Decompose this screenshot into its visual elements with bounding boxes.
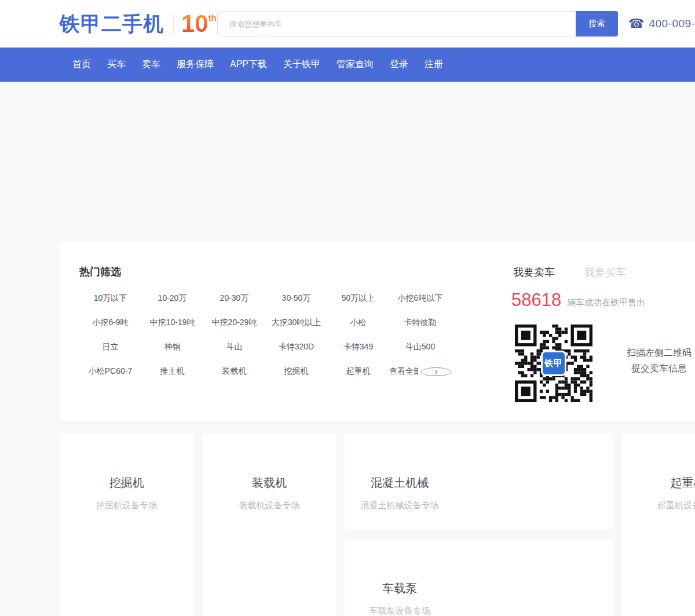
badge-number: 10: [181, 12, 209, 35]
logo-text: 铁甲二手机: [60, 10, 164, 38]
search-input[interactable]: [218, 12, 576, 36]
qr-center-logo: 铁甲: [541, 351, 566, 376]
category-card-loader[interactable]: 装载机 装载机设备专场: [203, 433, 336, 616]
card-title: 起重机: [621, 475, 695, 491]
filter-brand-caterpillar[interactable]: 卡特彼勒: [389, 318, 451, 328]
logo-divider: [173, 13, 174, 34]
search-button[interactable]: 搜索: [576, 11, 618, 37]
qr-caption-line1: 扫描左侧二维码: [626, 345, 693, 360]
filter-price-over-50w[interactable]: 50万以上: [327, 293, 389, 304]
qr-caption-line2: 提交卖车信息: [626, 360, 693, 376]
badge-suffix: th: [209, 13, 217, 23]
sold-count-number: 58618: [511, 291, 561, 309]
nav-item-buy[interactable]: 买车: [107, 59, 126, 71]
anniversary-badge: 10 th 周年: [181, 12, 217, 35]
nav-item-sell[interactable]: 卖车: [142, 59, 160, 71]
card-title: 混凝土机械: [345, 475, 455, 491]
nav-item-guarantee[interactable]: 服务保障: [177, 59, 214, 71]
card-subtitle: 起重机设备专场: [621, 500, 695, 511]
filter-price-10-20w[interactable]: 10-20万: [141, 293, 203, 304]
filter-mid-10-19t[interactable]: 中挖10-19吨: [141, 318, 203, 328]
filter-mini-under-6t[interactable]: 小挖6吨以下: [389, 293, 451, 304]
filter-model-cat320d[interactable]: 卡特320D: [265, 342, 327, 352]
logo[interactable]: 铁甲二手机 10 th 周年: [60, 8, 217, 39]
filter-row: 日立 神钢 斗山 卡特320D 卡特349 斗山500: [79, 342, 451, 352]
sold-counter: 58618 辆车成功在铁甲售出: [511, 291, 645, 309]
card-subtitle: 车载泵设备专场: [345, 606, 455, 616]
nav-item-login[interactable]: 登录: [390, 59, 408, 71]
filter-mid-20-29t[interactable]: 中挖20-29吨: [203, 318, 265, 328]
card-subtitle: 混凝土机械设备专场: [345, 500, 455, 511]
card-title: 挖掘机: [60, 475, 193, 491]
category-card-concrete-machinery[interactable]: 混凝土机械 混凝土机械设备专场: [345, 433, 613, 529]
filter-brand-kobelco[interactable]: 神钢: [141, 342, 203, 352]
filter-large-over-30t[interactable]: 大挖30吨以上: [265, 318, 327, 328]
badge-inner-label: 周年: [199, 20, 204, 28]
filter-model-doosan500[interactable]: 斗山500: [389, 342, 451, 352]
chevron-right-circle-icon: ›: [421, 367, 451, 376]
main-nav: 首页 买车 卖车 服务保障 APP下载 关于铁甲 管家查询 登录 注册: [0, 48, 695, 82]
filter-brand-hitachi[interactable]: 日立: [79, 342, 141, 352]
phone-icon: ☎: [628, 16, 644, 31]
nav-item-about[interactable]: 关于铁甲: [283, 59, 320, 71]
filter-price-under-10w[interactable]: 10万以下: [79, 293, 141, 304]
hotline: ☎ 400-009-90: [628, 16, 695, 31]
card-subtitle: 装载机设备专场: [203, 500, 336, 511]
filter-model-cat349[interactable]: 卡特349: [327, 342, 389, 352]
filter-price-30-50w[interactable]: 30-50万: [265, 293, 327, 304]
filter-row: 10万以下 10-20万 20-30万 30-50万 50万以上 小挖6吨以下: [79, 293, 451, 304]
nav-item-home[interactable]: 首页: [72, 59, 91, 71]
tab-sell-car[interactable]: 我要卖车: [513, 265, 555, 279]
filter-cat-excavator[interactable]: 挖掘机: [265, 366, 327, 377]
hot-filter-panel: 热门筛选 10万以下 10-20万 20-30万 30-50万 50万以上 小挖…: [60, 242, 695, 421]
view-all-link[interactable]: 查看全部 ›: [389, 366, 451, 377]
nav-item-register[interactable]: 注册: [425, 59, 443, 71]
search-box: [217, 11, 576, 37]
filter-cat-bulldozer[interactable]: 推土机: [141, 366, 203, 377]
filter-mini-6-9t[interactable]: 小挖6-9吨: [79, 318, 141, 328]
card-subtitle: 挖掘机设备专场: [60, 500, 193, 511]
filter-brand-komatsu[interactable]: 小松: [327, 318, 389, 328]
filter-cat-crane[interactable]: 起重机: [327, 366, 389, 377]
tab-buy-car[interactable]: 我要买车: [584, 265, 626, 279]
filter-row: 小挖6-9吨 中挖10-19吨 中挖20-29吨 大挖30吨以上 小松 卡特彼勒: [79, 318, 451, 328]
filter-model-pc60-7[interactable]: 小松PC60-7: [79, 366, 141, 377]
nav-item-manager-query[interactable]: 管家查询: [336, 59, 374, 71]
view-all-label: 查看全部: [389, 366, 418, 377]
category-card-excavator[interactable]: 挖掘机 挖掘机设备专场: [60, 433, 193, 616]
filter-price-20-30w[interactable]: 20-30万: [203, 293, 265, 304]
nav-item-app-download[interactable]: APP下载: [230, 59, 267, 71]
page: 铁甲二手机 10 th 周年 搜索 ☎ 400-009-90 首页 买车 卖车 …: [0, 0, 695, 616]
sold-count-suffix: 辆车成功在铁甲售出: [567, 296, 645, 309]
qr-caption: 扫描左侧二维码 提交卖车信息: [626, 345, 693, 376]
hotline-number: 400-009-90: [649, 17, 695, 30]
filter-row: 小松PC60-7 推土机 装载机 挖掘机 起重机 查看全部 ›: [79, 366, 451, 377]
filter-brand-doosan[interactable]: 斗山: [203, 342, 265, 352]
card-title: 装载机: [203, 475, 336, 491]
header: 铁甲二手机 10 th 周年 搜索 ☎ 400-009-90: [0, 0, 695, 48]
category-card-crane[interactable]: 起重机 起重机设备专场: [621, 433, 695, 616]
category-card-truck-pump[interactable]: 车载泵 车载泵设备专场: [345, 539, 613, 616]
filter-cat-loader[interactable]: 装载机: [203, 366, 265, 377]
hot-filter-title: 热门筛选: [79, 265, 121, 279]
card-title: 车载泵: [345, 581, 455, 596]
qr-code: 铁甲: [515, 325, 592, 402]
